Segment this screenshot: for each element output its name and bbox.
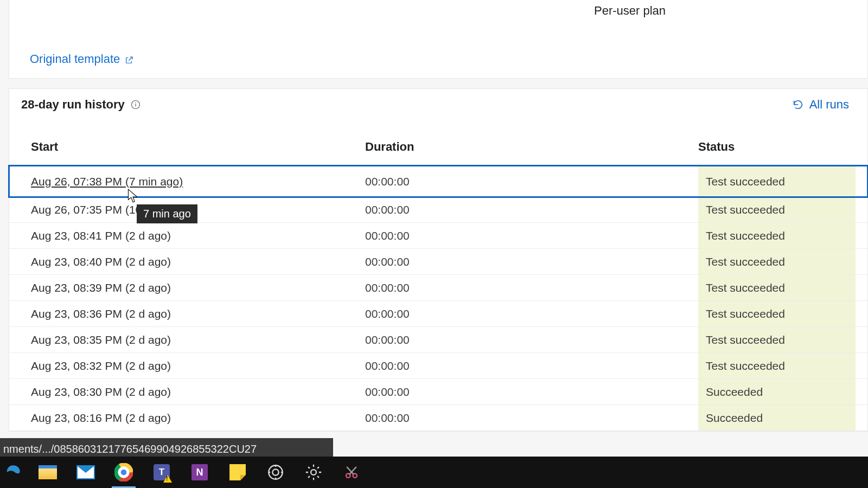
table-row[interactable]: Aug 23, 08:35 PM (2 d ago)00:00:00Test s… [9,327,867,353]
cell-status: Succeeded [666,379,867,404]
table-row[interactable]: Aug 26, 07:38 PM (7 min ago)00:00:00Test… [9,166,867,197]
cell-duration: 00:00:00 [339,359,666,373]
cell-status: Test succeeded [666,327,867,352]
taskbar-chrome-icon[interactable] [107,458,140,486]
cell-start[interactable]: Aug 23, 08:16 PM (2 d ago) [9,412,339,425]
cell-duration: 00:00:00 [339,203,666,216]
windows-taskbar: T N [0,457,868,488]
cell-start[interactable]: Aug 23, 08:32 PM (2 d ago) [9,359,339,373]
cell-duration: 00:00:00 [339,412,666,425]
original-template-link[interactable]: Original template [30,52,134,66]
run-history-title: 28-day run history [21,98,125,112]
svg-point-10 [311,470,316,475]
cell-duration: 00:00:00 [339,281,666,294]
cell-status: Test succeeded [666,275,867,300]
cell-status: Test succeeded [666,197,867,222]
cell-status: Succeeded [666,405,867,431]
taskbar-teams-icon[interactable]: T [145,458,178,486]
open-external-icon [124,54,134,64]
refresh-icon [792,99,804,111]
cell-start[interactable]: Aug 23, 08:39 PM (2 d ago) [9,281,339,294]
cell-start[interactable]: Aug 23, 08:35 PM (2 d ago) [9,333,339,346]
svg-point-8 [269,465,283,479]
table-row[interactable]: Aug 23, 08:36 PM (2 d ago)00:00:00Test s… [9,301,867,327]
cell-duration: 00:00:00 [339,333,666,346]
taskbar-onenote-icon[interactable]: N [183,458,216,486]
taskbar-mail-icon[interactable] [69,458,102,486]
cell-start[interactable]: Aug 23, 08:36 PM (2 d ago) [9,307,339,320]
cell-status: Test succeeded [666,301,867,326]
table-row[interactable]: Aug 23, 08:41 PM (2 d ago)00:00:00Test s… [9,223,867,249]
col-start[interactable]: Start [9,140,339,154]
cell-status: Test succeeded [666,166,867,197]
col-status[interactable]: Status [666,140,867,154]
all-runs-link[interactable]: All runs [792,98,856,112]
table-header: Start Duration Status [9,132,867,166]
table-row[interactable]: Aug 23, 08:16 PM (2 d ago)00:00:00Succee… [9,405,867,431]
cell-duration: 00:00:00 [339,229,666,242]
cell-duration: 00:00:00 [339,386,666,399]
svg-point-7 [120,469,127,476]
col-duration[interactable]: Duration [339,140,666,154]
table-row[interactable]: Aug 23, 08:30 PM (2 d ago)00:00:00Succee… [9,379,867,405]
taskbar-settings-icon[interactable] [297,458,330,486]
svg-point-9 [272,469,278,475]
cell-status: Test succeeded [666,223,867,248]
original-template-text: Original template [30,52,120,66]
plan-label: Per-user plan [594,4,666,18]
cell-start[interactable]: Aug 26, 07:38 PM (7 min ago) [9,175,339,188]
taskbar-edge-icon[interactable] [0,458,26,486]
taskbar-sticky-notes-icon[interactable] [221,458,254,486]
svg-point-2 [135,102,136,103]
cell-duration: 00:00:00 [339,307,666,320]
table-row[interactable]: Aug 23, 08:32 PM (2 d ago)00:00:00Test s… [9,353,867,379]
cell-start[interactable]: Aug 23, 08:41 PM (2 d ago) [9,229,339,242]
cell-start[interactable]: Aug 23, 08:30 PM (2 d ago) [9,386,339,399]
cell-duration: 00:00:00 [339,255,666,268]
taskbar-obs-icon[interactable] [259,458,292,486]
all-runs-label: All runs [809,98,849,112]
info-icon[interactable] [130,99,141,110]
table-row[interactable]: Aug 23, 08:40 PM (2 d ago)00:00:00Test s… [9,249,867,275]
taskbar-snipping-tool-icon[interactable] [335,458,368,486]
cell-status: Test succeeded [666,353,867,378]
hover-tooltip: 7 min ago [137,204,197,223]
cell-status: Test succeeded [666,249,867,274]
run-history-panel: 28-day run history All runs Start Durati… [9,88,868,432]
cell-duration: 00:00:00 [339,175,666,188]
run-history-table: Start Duration Status Aug 26, 07:38 PM (… [9,132,867,431]
table-row[interactable]: Aug 23, 08:39 PM (2 d ago)00:00:00Test s… [9,275,867,301]
taskbar-file-explorer-icon[interactable] [31,458,64,486]
top-info-panel: Per-user plan Original template [9,0,868,79]
cell-start[interactable]: Aug 23, 08:40 PM (2 d ago) [9,255,339,268]
